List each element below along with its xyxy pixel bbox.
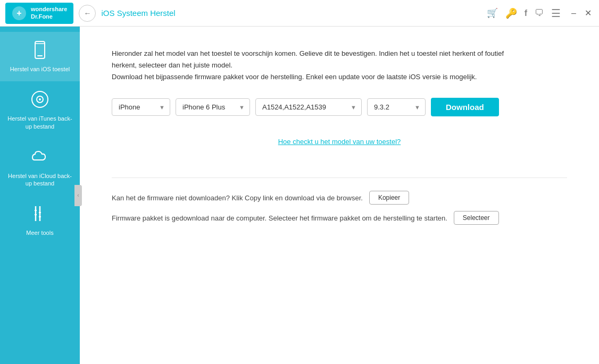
sidebar: Herstel van iOS toestel Herstel van iTun… [0,27,80,364]
title-bar: + wondershare Dr.Fone ← iOS Systeem Hers… [0,0,599,27]
svg-text:+: + [16,9,21,18]
sidebar-collapse-tab[interactable]: ‹ [74,185,82,206]
version-dropdown[interactable]: 9.3.2 9.3.1 9.3 9.2.1 [367,98,426,116]
minimize-button[interactable]: – [569,6,578,20]
toolbar-icons: 🛒 🔑 f 🗨 ☰ [487,7,561,20]
tools-icon [30,204,49,226]
music-icon [30,90,49,112]
sidebar-label-ios-restore: Herstel van iOS toestel [10,65,70,73]
model-number-dropdown[interactable]: A1524,A1522,A1539 [255,98,362,116]
facebook-icon[interactable]: f [525,9,527,18]
device-dropdown[interactable]: iPhone iPad iPod [112,98,170,116]
cloud-icon [30,147,49,169]
sidebar-item-icloud-restore[interactable]: Herstel van iCloud back-up bestand [0,139,80,196]
sidebar-label-more-tools: Meer tools [26,229,53,236]
close-button[interactable]: ✕ [583,6,594,20]
sidebar-item-more-tools[interactable]: Meer tools [0,196,80,245]
sidebar-label-icloud-restore: Herstel van iCloud back-up bestand [5,172,74,188]
select-firmware-row: Firmware pakket is gedownload naar de co… [112,211,567,225]
back-button[interactable]: ← [79,5,96,22]
window-controls: – ✕ [569,6,594,20]
menu-icon[interactable]: ☰ [551,7,561,20]
copy-firmware-row: Kan het de firmware niet downloaden? Kli… [112,191,567,205]
content-area: Hieronder zal het model van het toestel … [80,27,599,364]
model-dropdown-wrapper: iPhone 6 Plus iPhone 6 iPhone 6s iPhone … [176,98,250,116]
logo-text: wondershare Dr.Fone [31,6,67,20]
cart-icon[interactable]: 🛒 [487,7,498,19]
svg-point-7 [39,98,41,100]
device-dropdown-wrapper: iPhone iPad iPod ▼ [112,98,170,116]
sidebar-item-ios-restore[interactable]: Herstel van iOS toestel [0,32,80,81]
copy-button[interactable]: Kopieer [369,191,409,205]
check-model-link[interactable]: Hoe checkt u het model van uw toestel? [112,138,567,146]
select-firmware-text: Firmware pakket is gedownload naar de co… [112,214,447,222]
page-title: iOS Systeem Herstel [101,9,486,18]
bottom-section: Kan het de firmware niet downloaden? Kli… [112,177,567,225]
dropdowns-row: iPhone iPad iPod ▼ iPhone 6 Plus iPhone … [112,98,567,116]
logo: + wondershare Dr.Fone [5,3,73,24]
sidebar-item-itunes-restore[interactable]: Herstel van iTunes back-up bestand [0,81,80,139]
phone-icon [30,40,49,62]
sidebar-label-itunes-restore: Herstel van iTunes back-up bestand [5,115,74,130]
model-dropdown[interactable]: iPhone 6 Plus iPhone 6 iPhone 6s iPhone … [176,98,250,116]
speech-icon[interactable]: 🗨 [535,8,544,19]
version-dropdown-wrapper: 9.3.2 9.3.1 9.3 9.2.1 ▼ [367,98,426,116]
main-layout: Herstel van iOS toestel Herstel van iTun… [0,27,599,364]
model-number-dropdown-wrapper: A1524,A1522,A1539 ▼ [255,98,362,116]
person-icon[interactable]: 🔑 [505,7,517,19]
svg-rect-3 [37,55,43,56]
select-button[interactable]: Selecteer [454,211,499,225]
description-text: Hieronder zal het model van het toestel … [112,48,511,83]
download-button[interactable]: Download [431,98,499,116]
logo-icon: + [12,6,27,21]
copy-firmware-text: Kan het de firmware niet downloaden? Kli… [112,194,363,202]
